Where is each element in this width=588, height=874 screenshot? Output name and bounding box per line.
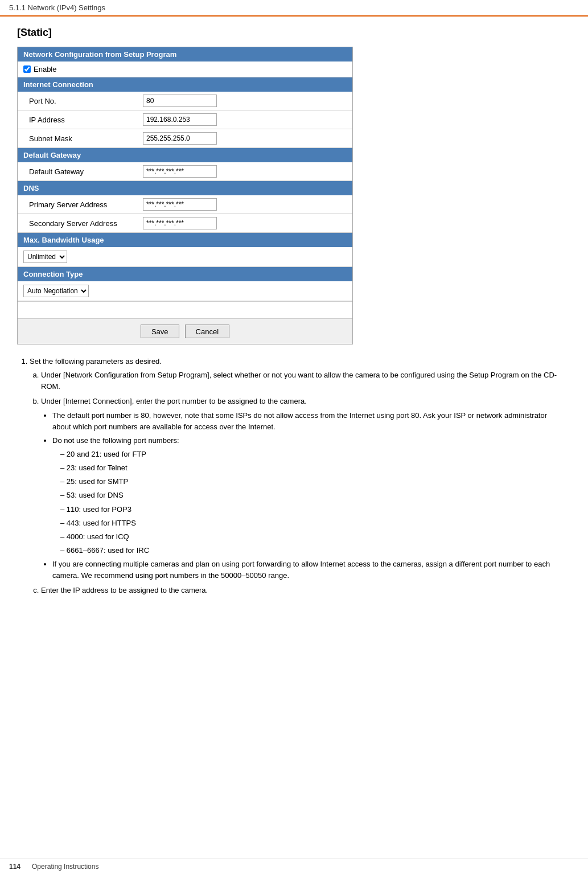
- bullet-2: Do not use the following port numbers: 2…: [52, 435, 564, 556]
- sub-bullet-8: 6661–6667: used for IRC: [60, 545, 564, 556]
- spacer-row: [18, 301, 352, 318]
- cancel-button[interactable]: Cancel: [185, 325, 229, 338]
- step1b-text: Under [Internet Connection], enter the p…: [41, 397, 307, 405]
- connection-type-row: Auto Negotiation 10 Mbps Full 10 Mbps Ha…: [18, 281, 352, 301]
- port-label: Port No.: [29, 97, 143, 105]
- primary-dns-row: Primary Server Address: [18, 195, 352, 214]
- port-row: Port No.: [18, 92, 352, 110]
- enable-label: Enable: [34, 65, 56, 73]
- bandwidth-header: Max. Bandwidth Usage: [18, 233, 352, 247]
- gateway-label: Default Gateway: [29, 167, 143, 176]
- enable-checkbox[interactable]: [23, 65, 31, 73]
- step1a-text: Under [Network Configuration from Setup …: [41, 371, 557, 391]
- secondary-dns-label: Secondary Server Address: [29, 219, 143, 228]
- primary-dns-input[interactable]: [143, 198, 217, 211]
- step-1c: Enter the IP address to be assigned to t…: [41, 585, 564, 596]
- save-button[interactable]: Save: [141, 325, 179, 338]
- footer-label: Operating Instructions: [32, 863, 98, 871]
- network-config-header: Network Configuration from Setup Program: [18, 47, 352, 61]
- sub-bullet-1: 20 and 21: used for FTP: [60, 449, 564, 460]
- subnet-row: Subnet Mask: [18, 129, 352, 148]
- connection-type-select[interactable]: Auto Negotiation 10 Mbps Full 10 Mbps Ha…: [23, 285, 89, 297]
- sub-bullet-3: 25: used for SMTP: [60, 476, 564, 487]
- page-footer: 114 Operating Instructions: [0, 859, 588, 874]
- page-header: 5.1.1 Network (IPv4) Settings: [0, 0, 588, 17]
- ip-input[interactable]: [143, 113, 217, 126]
- internet-connection-header: Internet Connection: [18, 77, 352, 92]
- step1c-text: Enter the IP address to be assigned to t…: [41, 586, 208, 594]
- main-content: [Static] Network Configuration from Setu…: [0, 17, 588, 618]
- ip-label: IP Address: [29, 116, 143, 124]
- subnet-label: Subnet Mask: [29, 134, 143, 143]
- connection-type-header: Connection Type: [18, 267, 352, 281]
- dns-header: DNS: [18, 181, 352, 195]
- page-number: 114: [9, 863, 20, 871]
- gateway-row: Default Gateway: [18, 162, 352, 181]
- button-row: Save Cancel: [18, 318, 352, 344]
- sub-bullet-6: 443: used for HTTPS: [60, 518, 564, 529]
- page-title: 5.1.1 Network (IPv4) Settings: [9, 3, 105, 12]
- gateway-input[interactable]: [143, 165, 217, 178]
- sub-bullet-7: 4000: used for ICQ: [60, 531, 564, 543]
- bullet-1: The default port number is 80, however, …: [52, 410, 564, 433]
- bandwidth-row: Unlimited 1 Mbps 2 Mbps 5 Mbps 10 Mbps: [18, 247, 352, 267]
- step-1: Set the following parameters as desired.…: [30, 356, 564, 597]
- sub-bullet-2: 23: used for Telnet: [60, 462, 564, 474]
- step-1b: Under [Internet Connection], enter the p…: [41, 396, 564, 581]
- step1-text: Set the following parameters as desired.: [30, 357, 162, 366]
- default-gateway-header: Default Gateway: [18, 148, 352, 162]
- subnet-input[interactable]: [143, 132, 217, 145]
- bandwidth-select[interactable]: Unlimited 1 Mbps 2 Mbps 5 Mbps 10 Mbps: [23, 251, 67, 263]
- secondary-dns-row: Secondary Server Address: [18, 214, 352, 233]
- port-input[interactable]: [143, 95, 217, 107]
- bullet-3: If you are connecting multiple cameras a…: [52, 559, 564, 581]
- sub-bullet-4: 53: used for DNS: [60, 490, 564, 501]
- section-heading: [Static]: [17, 27, 571, 39]
- sub-bullet-5: 110: used for POP3: [60, 504, 564, 515]
- enable-row: Enable: [18, 61, 352, 77]
- instructions-section: Set the following parameters as desired.…: [17, 356, 564, 597]
- network-form: Network Configuration from Setup Program…: [17, 47, 353, 344]
- step-1a: Under [Network Configuration from Setup …: [41, 370, 564, 392]
- ip-row: IP Address: [18, 110, 352, 129]
- primary-dns-label: Primary Server Address: [29, 200, 143, 209]
- secondary-dns-input[interactable]: [143, 217, 217, 229]
